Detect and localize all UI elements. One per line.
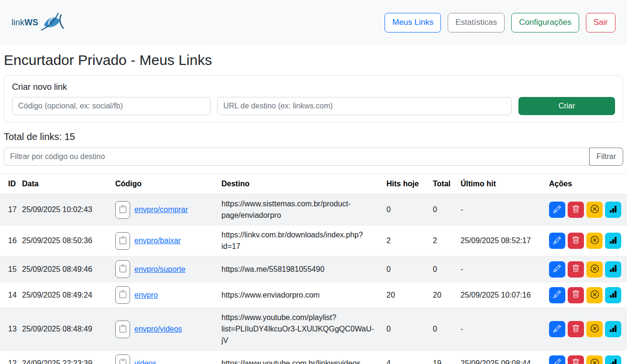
copy-button[interactable] <box>115 321 130 338</box>
code-link[interactable]: envpro/videos <box>134 325 182 333</box>
cell-hits-hoje: 20 <box>383 282 429 308</box>
nav-buttons: Meus Links Estatísticas Configurações Sa… <box>385 13 616 32</box>
x-circle-icon <box>591 205 599 214</box>
edit-button[interactable] <box>549 261 565 278</box>
trash-icon <box>572 325 580 334</box>
table-header: ID Data Código Destino Hits hoje Total Ú… <box>0 174 627 194</box>
trash-icon <box>572 265 580 274</box>
table-row: 14 25/09/2025 08:49:24 envpro https://ww… <box>0 282 627 308</box>
filter-group: Filtrar <box>4 148 623 166</box>
header-destino: Destino <box>218 174 383 194</box>
disable-button[interactable] <box>586 355 603 364</box>
table-row: 17 25/09/2025 10:02:43 envpro/comprar ht… <box>0 194 627 225</box>
table-row: 15 25/09/2025 08:49:46 envpro/suporte ht… <box>0 257 627 282</box>
cell-id: 15 <box>0 257 18 282</box>
nav-configuracoes-button[interactable]: Configurações <box>511 13 579 32</box>
cell-codigo: envpro/baixar <box>111 225 218 257</box>
cell-id: 14 <box>0 282 18 308</box>
cell-acoes <box>545 282 627 308</box>
cell-codigo: envpro <box>111 282 218 308</box>
create-card-title: Criar novo link <box>12 82 615 92</box>
header-ultimo-hit: Último hit <box>457 174 545 194</box>
page-title: Encurtador Privado - Meus Links <box>4 52 623 68</box>
cell-hits-hoje: 2 <box>383 225 429 257</box>
code-link[interactable]: envpro/suporte <box>134 265 186 274</box>
cell-hits-hoje: 0 <box>383 194 429 225</box>
brand: linkWS <box>11 11 66 34</box>
edit-button[interactable] <box>549 355 565 364</box>
cell-hits-hoje: 0 <box>383 308 429 351</box>
filter-input[interactable] <box>4 148 590 166</box>
stats-button[interactable] <box>605 355 621 364</box>
cell-destino: https://www.sisttemas.com.br/product-pag… <box>218 194 383 225</box>
code-input[interactable] <box>12 97 210 115</box>
code-link[interactable]: videos <box>134 359 156 364</box>
brand-text-light: link <box>11 18 24 28</box>
x-circle-icon <box>591 265 599 274</box>
total-links-label: Total de links: <box>4 131 62 142</box>
stats-button[interactable] <box>605 261 621 278</box>
code-link[interactable]: envpro/baixar <box>134 236 181 245</box>
stats-button[interactable] <box>605 202 621 218</box>
filter-button[interactable]: Filtrar <box>589 148 623 166</box>
disable-button[interactable] <box>586 233 603 249</box>
delete-button[interactable] <box>568 355 584 364</box>
code-link[interactable]: envpro/comprar <box>134 205 188 214</box>
brand-text-bold: WS <box>24 18 38 28</box>
disable-button[interactable] <box>586 287 603 303</box>
edit-button[interactable] <box>549 321 565 337</box>
header-data: Data <box>18 174 111 194</box>
cell-ultimo-hit: 25/09/2025 08:52:17 <box>457 225 545 257</box>
copy-button[interactable] <box>115 286 130 304</box>
copy-button[interactable] <box>115 354 130 364</box>
clipboard-icon <box>119 359 127 364</box>
header-total: Total <box>429 174 457 194</box>
stats-button[interactable] <box>605 287 621 303</box>
copy-button[interactable] <box>115 232 130 250</box>
table-row: 13 25/09/2025 08:48:49 envpro/videos htt… <box>0 308 627 351</box>
total-links-count: 15 <box>65 131 75 142</box>
delete-button[interactable] <box>568 202 584 218</box>
stats-button[interactable] <box>605 233 621 249</box>
cell-id: 16 <box>0 225 18 257</box>
disable-button[interactable] <box>586 261 603 278</box>
delete-button[interactable] <box>568 261 584 278</box>
nav-meus-links-button[interactable]: Meus Links <box>385 13 441 32</box>
header-hits-hoje: Hits hoje <box>383 174 429 194</box>
bar-chart-icon <box>609 236 617 246</box>
nav-sair-button[interactable]: Sair <box>586 13 616 32</box>
cell-destino: https://www.youtube.com.br/linkwsvideos <box>218 351 383 364</box>
edit-button[interactable] <box>549 233 565 249</box>
nav-estatisticas-button[interactable]: Estatísticas <box>448 13 505 32</box>
cell-codigo: videos <box>111 351 218 364</box>
pencil-icon <box>553 205 561 214</box>
cell-total: 19 <box>429 351 457 364</box>
links-table-body: 17 25/09/2025 10:02:43 envpro/comprar ht… <box>0 194 627 364</box>
stats-button[interactable] <box>605 321 621 337</box>
bar-chart-icon <box>609 290 617 300</box>
edit-button[interactable] <box>549 202 565 218</box>
delete-button[interactable] <box>568 321 584 337</box>
edit-button[interactable] <box>549 287 565 303</box>
create-button[interactable]: Criar <box>518 97 615 115</box>
x-circle-icon <box>591 359 599 364</box>
copy-button[interactable] <box>115 201 130 219</box>
navbar: linkWS Meus Links Estatísticas Configura… <box>0 0 627 45</box>
delete-button[interactable] <box>568 233 584 249</box>
url-input[interactable] <box>217 97 512 115</box>
cell-total: 0 <box>429 308 457 351</box>
cell-data: 25/09/2025 08:49:24 <box>18 282 111 308</box>
cell-acoes <box>545 257 627 282</box>
delete-button[interactable] <box>568 287 584 303</box>
cell-destino: https://wa.me/5581981055490 <box>218 257 383 282</box>
cell-ultimo-hit: 25/09/2025 09:08:44 <box>457 351 545 364</box>
x-circle-icon <box>591 324 599 334</box>
cell-codigo: envpro/comprar <box>111 194 218 225</box>
disable-button[interactable] <box>586 321 603 337</box>
copy-button[interactable] <box>115 260 130 278</box>
cell-data: 25/09/2025 08:48:49 <box>18 308 111 351</box>
trash-icon <box>572 205 580 214</box>
code-link[interactable]: envpro <box>134 291 158 300</box>
disable-button[interactable] <box>586 202 603 218</box>
cell-total: 20 <box>429 282 457 308</box>
